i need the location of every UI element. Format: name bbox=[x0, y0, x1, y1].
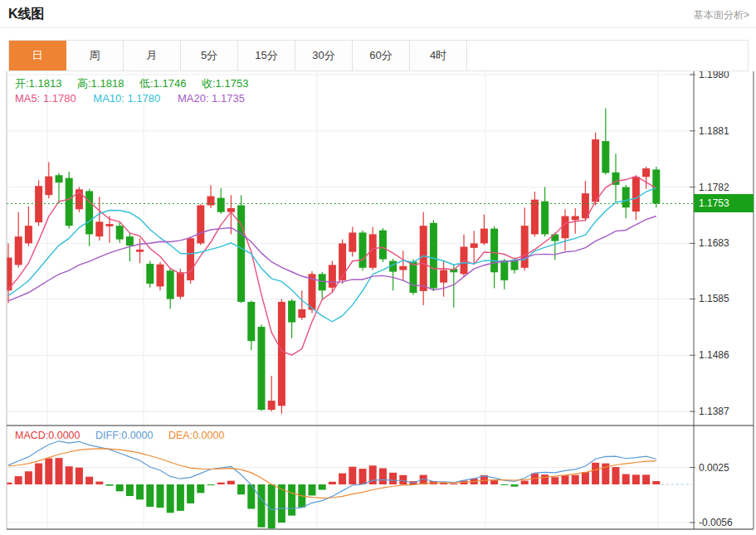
tab-月[interactable]: 月 bbox=[124, 41, 181, 71]
macd-axis-tick: 0.0025 bbox=[699, 462, 729, 474]
price-axis-tick: 1.1387 bbox=[699, 406, 729, 417]
tab-15分[interactable]: 15分 bbox=[238, 41, 295, 71]
timeframe-tabbar: 日周月5分15分30分60分4时 bbox=[8, 40, 749, 71]
ma5-value: MA5: 1.1780 bbox=[15, 92, 76, 105]
page-header: K线图 基本面分析> bbox=[0, 0, 756, 28]
tab-日[interactable]: 日 bbox=[9, 41, 66, 71]
macd-value: MACD:0.0000 bbox=[15, 430, 80, 441]
dea-value: DEA:0.0000 bbox=[168, 430, 224, 441]
tab-30分[interactable]: 30分 bbox=[295, 41, 353, 71]
tab-60分[interactable]: 60分 bbox=[353, 41, 410, 71]
ma-legend: MA5: 1.1780 MA10: 1.1780 MA20: 1.1735 bbox=[15, 92, 259, 105]
price-axis-tick: 1.1881 bbox=[699, 125, 729, 137]
price-axis-tick: 1.1585 bbox=[699, 293, 729, 304]
price-axis-tick: 1.1486 bbox=[699, 349, 729, 361]
diff-value: DIFF:0.0000 bbox=[95, 430, 153, 441]
ohlc-close: 收:1.1753 bbox=[202, 77, 248, 90]
price-axis-tick: 1.1683 bbox=[699, 237, 729, 249]
tab-周[interactable]: 周 bbox=[66, 41, 124, 71]
ohlc-low: 低:1.1746 bbox=[139, 77, 186, 90]
ohlc-high: 高:1.1818 bbox=[77, 77, 124, 90]
ohlc-legend: 开:1.1813 高:1.1818 低:1.1746 收:1.1753 bbox=[15, 76, 261, 91]
current-price-tag: 1.1753 bbox=[694, 194, 754, 212]
page-title: K线图 bbox=[8, 6, 45, 23]
ma20-value: MA20: 1.1735 bbox=[178, 92, 245, 105]
ohlc-open: 开:1.1813 bbox=[15, 77, 61, 90]
macd-legend: MACD:0.0000 DIFF:0.0000 DEA:0.0000 bbox=[15, 430, 237, 441]
fundamental-analysis-link[interactable]: 基本面分析> bbox=[694, 8, 749, 22]
macd-axis-tick: -0.0056 bbox=[699, 517, 733, 528]
ma10-value: MA10: 1.1780 bbox=[93, 92, 160, 105]
tab-5分[interactable]: 5分 bbox=[181, 41, 238, 71]
price-axis-tick: 1.1782 bbox=[699, 182, 729, 193]
tab-4时[interactable]: 4时 bbox=[410, 41, 467, 71]
